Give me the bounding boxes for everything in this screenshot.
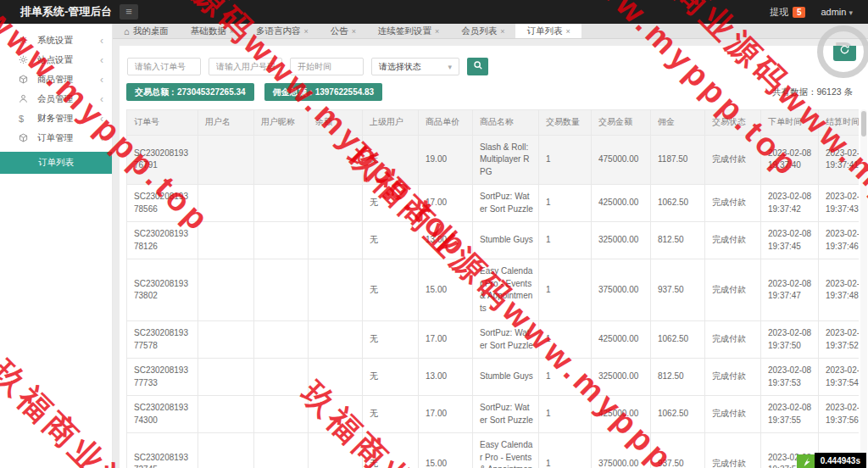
table-cell: 2023-02-0819:37:42 — [761, 185, 819, 222]
table-cell: 无 — [363, 222, 419, 259]
user-icon — [19, 94, 31, 103]
main-layout: 系统设置‹站点设置‹商品管理‹会员管理‹$财务管理‹订单管理‹订单列表 ⌂我的桌… — [0, 24, 868, 468]
sidebar-item-label: 订单管理 — [37, 132, 73, 144]
table-cell — [309, 359, 363, 396]
table-cell: SortPuz: Water Sort Puzzle — [473, 396, 539, 433]
sidebar-item[interactable]: 站点设置‹ — [0, 50, 112, 70]
table-cell — [254, 359, 309, 396]
commission-total-button[interactable]: 佣金总额：1397622554.83 — [264, 83, 383, 101]
table-scrollbar[interactable] — [860, 109, 867, 468]
table-cell — [198, 259, 254, 321]
table-cell: SC23020819378566 — [127, 185, 198, 222]
table-cell: 13.00 — [419, 222, 473, 259]
table-cell — [254, 396, 309, 433]
status-select[interactable]: 请选择状态 ▾ — [371, 58, 459, 75]
table-cell: 1187.50 — [651, 135, 705, 185]
table-cell: 1062.50 — [651, 185, 705, 222]
close-icon[interactable]: × — [565, 27, 570, 36]
admin-menu[interactable]: admin ▾ — [821, 7, 853, 17]
table-cell: 1 — [539, 321, 592, 359]
table-row[interactable]: SC23020819378126无13.00Stumble Guys132500… — [127, 222, 860, 259]
tab-连续签到设置[interactable]: 连续签到设置× — [367, 24, 450, 38]
table-cell: 2023-02-0819:37:40 — [761, 135, 819, 185]
chevron-icon: ‹ — [100, 132, 103, 144]
column-header: 交易数量 — [539, 110, 592, 136]
orders-table-wrap: 订单号用户名用户昵称余额上级用户商品单价商品名称交易数量交易金额佣金交易状态下单… — [126, 109, 868, 468]
table-cell: 2023-02-0819:37:54 — [819, 359, 860, 396]
table-cell: Easy Calendar Pro - Events & Appointment… — [473, 433, 539, 468]
tab-基础数据[interactable]: 基础数据× — [180, 24, 245, 38]
table-cell: SC23020819377733 — [127, 359, 198, 396]
table-row[interactable]: SC23020819374300无17.00SortPuz: Water Sor… — [127, 396, 860, 433]
tab-我的桌面[interactable]: ⌂我的桌面 — [113, 24, 180, 38]
status-select-value: 请选择状态 — [379, 61, 421, 73]
app-window: 排单系统-管理后台 ≡ 提现 5 admin ▾ 系统设置‹站点设置‹商品管理‹… — [0, 0, 868, 468]
close-icon[interactable]: × — [303, 27, 308, 36]
table-cell: SC23020819372745 — [127, 433, 198, 468]
column-header: 下单时间 — [761, 110, 819, 136]
table-row[interactable]: SC23020819373802无15.00Easy Calendar Pro … — [127, 259, 860, 321]
tab-多语言内容[interactable]: 多语言内容× — [245, 24, 320, 38]
table-cell: 1 — [539, 185, 592, 222]
table-cell: 375000.00 — [592, 433, 651, 468]
table-cell: 475000.00 — [592, 135, 651, 185]
table-cell — [254, 433, 309, 468]
table-cell: Stumble Guys — [473, 222, 539, 259]
table-cell: Easy Calendar Pro - Events & Appointment… — [473, 259, 539, 321]
table-row[interactable]: SC23020819372745无15.00Easy Calendar Pro … — [127, 433, 860, 468]
close-icon[interactable]: × — [435, 27, 439, 36]
table-cell: 17.00 — [419, 185, 473, 222]
chevron-icon: ‹ — [100, 93, 103, 105]
table-cell — [198, 433, 254, 468]
table-row[interactable]: SC23020819377578无17.00SortPuz: Water Sor… — [127, 321, 860, 359]
user-account-input[interactable] — [209, 58, 282, 75]
column-header: 用户名 — [198, 110, 254, 136]
table-cell — [198, 185, 254, 222]
table-cell — [309, 433, 363, 468]
table-cell: 完成付款 — [705, 259, 761, 321]
table-cell: 1 — [539, 396, 592, 433]
table-cell: 1 — [539, 359, 592, 396]
sidebar-item[interactable]: 商品管理‹ — [0, 70, 112, 89]
tab-订单列表[interactable]: 订单列表× — [515, 24, 581, 38]
sidebar-subitem-order-list[interactable]: 订单列表 — [0, 152, 112, 174]
table-cell: 2023-02-0819:37:48 — [819, 259, 860, 321]
column-header: 结算时间 — [819, 110, 860, 136]
tab-bar: ⌂我的桌面基础数据×多语言内容×公告×连续签到设置×会员列表×订单列表× — [113, 24, 868, 39]
trade-total-button[interactable]: 交易总额：273045327265.34 — [126, 83, 254, 101]
table-cell — [309, 222, 363, 259]
sidebar-item[interactable]: 会员管理‹ — [0, 89, 112, 109]
thinkphp-logo-icon[interactable] — [797, 454, 815, 468]
table-cell — [198, 396, 254, 433]
refresh-button[interactable] — [833, 46, 856, 61]
table-cell: 812.50 — [651, 222, 705, 259]
close-icon[interactable]: × — [230, 27, 234, 36]
close-icon[interactable]: × — [500, 27, 504, 36]
tab-公告[interactable]: 公告× — [320, 24, 367, 38]
search-button[interactable] — [467, 58, 488, 75]
order-no-input[interactable] — [127, 58, 201, 75]
start-time-input[interactable] — [290, 58, 364, 75]
table-row[interactable]: SC23020819376791无19.00Slash & Roll: Mult… — [127, 135, 860, 185]
sidebar-item[interactable]: $财务管理‹ — [0, 109, 112, 128]
table-row[interactable]: SC23020819378566无17.00SortPuz: Water Sor… — [127, 185, 860, 222]
table-cell: 325000.00 — [592, 359, 651, 396]
sidebar-item[interactable]: 系统设置‹ — [0, 31, 112, 50]
table-cell: 1 — [539, 222, 592, 259]
table-scrollbar-thumb[interactable] — [861, 111, 866, 136]
orders-table: 订单号用户名用户昵称余额上级用户商品单价商品名称交易数量交易金额佣金交易状态下单… — [126, 109, 859, 468]
sidebar-item[interactable]: 订单管理‹ — [0, 128, 112, 148]
table-cell: 937.50 — [651, 259, 705, 321]
table-cell — [254, 222, 309, 259]
close-icon[interactable]: × — [352, 27, 356, 36]
table-cell: 425000.00 — [592, 185, 651, 222]
gear-icon — [19, 36, 31, 45]
tab-会员列表[interactable]: 会员列表× — [450, 24, 515, 38]
table-cell: Stumble Guys — [473, 359, 539, 396]
menu-toggle-button[interactable]: ≡ — [120, 4, 138, 20]
total-count-label: 共有数据：96123 条 — [772, 86, 853, 98]
table-row[interactable]: SC23020819377733无13.00Stumble Guys132500… — [127, 359, 860, 396]
chevron-down-icon: ▾ — [849, 8, 853, 17]
withdraw-link[interactable]: 提现 5 — [770, 6, 806, 19]
table-cell: 完成付款 — [705, 321, 761, 359]
